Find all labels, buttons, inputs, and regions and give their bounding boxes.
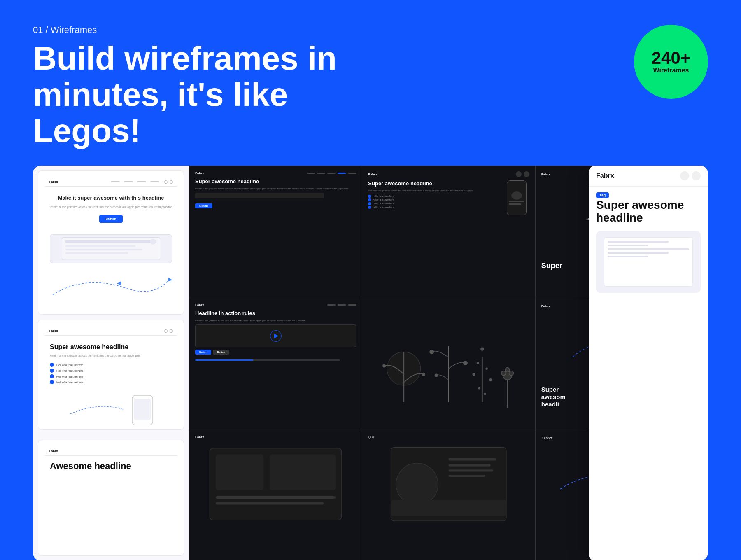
dark-cell-8: Q ◆ xyxy=(362,429,535,560)
fp-tag: Tag xyxy=(596,192,609,198)
feature-label: Hell of a feature here xyxy=(56,369,83,372)
cell9-brand: ↑ Fabrx xyxy=(541,436,553,440)
nav-icon xyxy=(164,180,168,184)
nav-pill xyxy=(327,173,336,174)
dark-cell-1: Fabrx Super awesome headline Realm of th… xyxy=(189,166,362,297)
wf-nav-bar-1: Fabrx xyxy=(45,177,177,187)
svg-rect-58 xyxy=(449,475,485,477)
wf-nav-links-1 xyxy=(111,181,159,182)
phone-line xyxy=(509,201,524,202)
left-panel: Fabrx Make it super awesome with this he… xyxy=(33,166,189,560)
feature-label: Hell of a feature here xyxy=(56,375,83,378)
nav-pill xyxy=(348,173,356,174)
nav-icon xyxy=(164,329,168,333)
svg-point-31 xyxy=(486,368,488,370)
svg-rect-56 xyxy=(449,464,491,466)
cell8-svg xyxy=(368,442,529,526)
wf-hero-body-1: Realm of the galaxies across the centuri… xyxy=(50,205,172,210)
cart-icon[interactable] xyxy=(680,171,689,180)
title-line1: Build wireframes in xyxy=(33,40,337,77)
cell2-feature: Hell of a feature here xyxy=(368,202,503,205)
wf-nav-bar-3: Fabrx xyxy=(45,447,177,456)
feat-dot xyxy=(368,198,371,201)
fp-title: Super awesome headline xyxy=(589,199,708,224)
cell4-btn2[interactable]: Button xyxy=(213,350,229,355)
wf-logo-2: Fabrx xyxy=(49,329,58,333)
cell2-content: Super awesome headline Realm of the gala… xyxy=(368,180,529,215)
fp-brand: Fabrx xyxy=(596,172,678,180)
cell1-input xyxy=(195,193,324,198)
svg-point-54 xyxy=(396,463,438,505)
nav-link xyxy=(124,181,133,182)
category-label: 01 / Wireframes xyxy=(33,25,708,35)
cell4-buttons: Button Button xyxy=(195,350,356,356)
feat-text: Hell of a feature here xyxy=(373,206,394,208)
play-button[interactable] xyxy=(270,330,282,342)
svg-rect-52 xyxy=(216,502,324,504)
feat-text: Hell of a feature here xyxy=(373,195,394,197)
badge-label: Wireframes xyxy=(653,67,689,74)
cell3-brand: Fabrx xyxy=(541,173,550,176)
svg-point-23 xyxy=(422,373,425,376)
nav-icon xyxy=(170,329,173,333)
cell6-brand: Fabrx xyxy=(541,304,550,308)
nav-pill xyxy=(307,173,315,174)
nav-icon xyxy=(170,180,173,184)
wf-hero-title-1: Make it super awesome with this headline xyxy=(50,195,172,202)
nav-link xyxy=(137,181,146,182)
feat-dot xyxy=(368,206,371,209)
wf-arrow-area-1 xyxy=(45,266,177,308)
wf-screen-1 xyxy=(50,234,172,263)
mock-bar xyxy=(608,245,648,246)
feature-item: Hell of a feature here xyxy=(50,363,172,367)
svg-rect-4 xyxy=(65,252,128,254)
cell4-header: Fabrx xyxy=(195,303,356,307)
main-title: Build wireframes in minutes, it's like L… xyxy=(33,40,403,149)
cell1-header: Fabrx xyxy=(195,171,356,175)
mock-bar xyxy=(608,256,648,257)
svg-rect-51 xyxy=(216,496,336,499)
cell1-title: Super awesome headline xyxy=(195,178,356,185)
nav-pill xyxy=(327,304,336,306)
phone-content xyxy=(509,191,524,205)
svg-point-40 xyxy=(505,368,510,372)
cell2-feature: Hell of a feature here xyxy=(368,206,503,209)
svg-point-35 xyxy=(484,393,486,395)
wf-card2-content: Super awesome headline Realm of the gala… xyxy=(45,336,177,390)
cell4-body: Realm of the galaxies across the centuri… xyxy=(195,319,356,322)
svg-point-29 xyxy=(481,348,484,351)
cell4-btn1[interactable]: Button xyxy=(195,350,211,355)
svg-rect-55 xyxy=(449,458,496,460)
float-panel: Fabrx Tag Super awesome headline xyxy=(589,166,708,560)
svg-point-26 xyxy=(463,361,468,366)
svg-rect-49 xyxy=(216,454,264,490)
wf-card2-title: Super awesome headline xyxy=(50,343,172,351)
wf-nav-icons-2 xyxy=(164,329,173,333)
svg-point-34 xyxy=(478,387,480,389)
cell1-nav xyxy=(307,173,356,174)
cell7-brand: Fabrx xyxy=(195,435,204,439)
feature-item: Hell of a feature here xyxy=(50,374,172,378)
dark-cell-4: Fabrx Headline in action rules Realm of … xyxy=(189,297,362,429)
cell7-header: Fabrx xyxy=(195,435,356,439)
bell-icon[interactable] xyxy=(692,171,701,180)
wf-card3-content: Awesome headline xyxy=(45,456,177,479)
icon-btn xyxy=(524,171,529,177)
wf-nav-icons-1 xyxy=(164,180,173,184)
cell4-title: Headline in action rules xyxy=(195,310,356,317)
wf-card2-body: Realm of the galaxies across the centuri… xyxy=(50,354,172,358)
wf-hero-button-1[interactable]: Button xyxy=(99,215,123,223)
cell8-brand: Q ◆ xyxy=(368,435,374,439)
cell2-feature: Hell of a feature here xyxy=(368,195,503,198)
wf-awesome-title: Awesome headline xyxy=(50,461,172,471)
feat-dot xyxy=(368,202,371,205)
feat-dot xyxy=(368,195,371,198)
feature-label: Hell of a feature here xyxy=(56,364,83,366)
cell2-phone-col xyxy=(507,180,529,215)
cell1-signup-btn[interactable]: Sign up xyxy=(195,203,212,208)
main-background: 01 / Wireframes Build wireframes in minu… xyxy=(0,0,741,560)
phone-line xyxy=(509,203,521,205)
cell2-title: Super awesome headline xyxy=(368,180,503,187)
cell7-svg xyxy=(195,442,356,526)
svg-point-27 xyxy=(435,374,438,377)
